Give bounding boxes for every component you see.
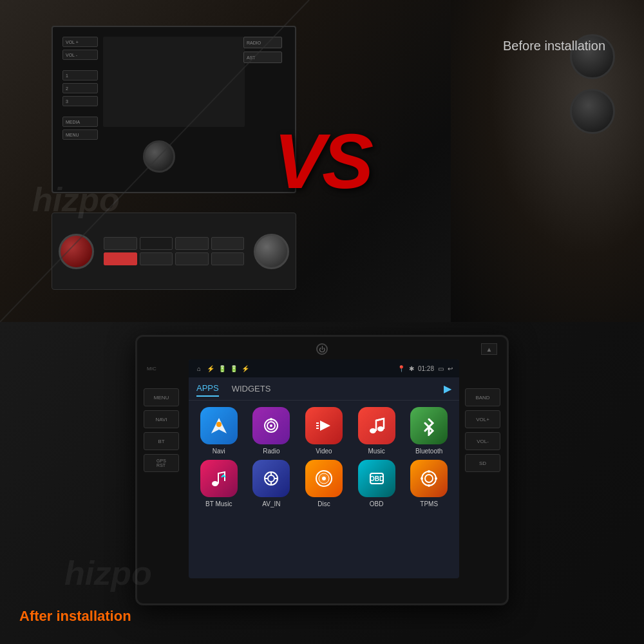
num1-btn: 1 (62, 70, 98, 80)
cup-holder-2 (570, 89, 615, 134)
svg-point-27 (428, 470, 430, 473)
main-container: VOL + VOL - 1 2 3 MEDIA MENU RADIO AST (0, 0, 644, 644)
svg-point-29 (428, 484, 430, 487)
menu-btn: MENU (62, 129, 98, 140)
media-btn: MEDIA (62, 117, 98, 127)
avin-label: AV_IN (262, 500, 280, 507)
svg-point-13 (212, 481, 218, 486)
tab-arrow: ▶ (444, 383, 451, 395)
btmusic-label: BT Music (205, 500, 232, 507)
right-side-buttons: BAND VOL+ VOL- SD (465, 388, 500, 472)
app-navi[interactable]: Navi (195, 407, 243, 455)
battery-icon: 🔋 (218, 365, 226, 372)
time-display: 01:28 (418, 365, 434, 372)
svg-point-26 (425, 475, 433, 482)
num3-btn: 3 (62, 96, 98, 106)
app-video[interactable]: Video (300, 407, 348, 455)
btmusic-icon (200, 460, 238, 497)
status-icons-left: ⌂ ⚡ 🔋 🔋 ⚡ (195, 365, 249, 372)
climate-control (52, 213, 296, 290)
obd-label: OBD (370, 500, 384, 507)
app-avin[interactable]: AV_IN (248, 460, 296, 507)
vol-minus-btn: VOL - (62, 50, 98, 60)
charge-icon: ⚡ (242, 365, 249, 372)
eject-button[interactable]: ▲ (481, 343, 497, 355)
music-icon (358, 407, 395, 444)
video-label: Video (316, 448, 332, 455)
svg-point-15 (268, 475, 274, 482)
clim-btn-8 (211, 252, 245, 265)
before-installation-label: Before installation (503, 39, 605, 53)
svg-point-1 (216, 422, 222, 427)
vol-plus-side-btn[interactable]: VOL+ (465, 410, 500, 428)
clim-btn-7 (175, 252, 209, 265)
svg-point-28 (435, 477, 437, 480)
app-radio[interactable]: Radio (248, 407, 296, 455)
sd-btn[interactable]: SD (465, 454, 500, 472)
bluetooth-label: Bluetooth (415, 448, 442, 455)
svg-point-25 (422, 471, 436, 486)
apps-grid: Navi Radio (189, 401, 459, 514)
clim-btn-1 (104, 237, 137, 250)
clim-btn-6 (140, 252, 173, 265)
status-icons-right: 📍 ✱ 01:28 ▭ ↩ (397, 365, 453, 372)
navi-icon (200, 407, 238, 444)
back-icon: ↩ (448, 365, 453, 372)
tpms-label: TPMS (420, 500, 438, 507)
avin-icon (252, 460, 290, 497)
clim-btn-3 (175, 237, 209, 250)
battery-status-icon: ▭ (438, 365, 444, 372)
obd-icon: OBD (358, 460, 395, 497)
before-section: VOL + VOL - 1 2 3 MEDIA MENU RADIO AST (0, 0, 644, 322)
home-icon: ⌂ (195, 365, 203, 372)
clim-btn-4 (211, 237, 245, 250)
usb-icon: ⚡ (207, 365, 214, 372)
gps-status-icon: 📍 (397, 365, 405, 372)
tab-apps[interactable]: APPS (196, 381, 219, 397)
climate-buttons (104, 237, 244, 265)
app-disc[interactable]: Disc (300, 460, 348, 507)
app-music[interactable]: Music (353, 407, 401, 455)
battery2-icon: 🔋 (230, 365, 238, 372)
vol-plus-btn: VOL + (62, 37, 98, 47)
svg-point-4 (270, 424, 272, 427)
tab-widgets[interactable]: WIDGETS (232, 381, 271, 396)
android-head-unit: ⏻ ▲ MIC MENU NAVI BT GPSRST BAND VOL+ VO… (135, 335, 509, 605)
navi-label: Navi (213, 448, 225, 455)
old-head-unit: VOL + VOL - 1 2 3 MEDIA MENU RADIO AST (52, 26, 296, 193)
band-btn[interactable]: BAND (465, 388, 500, 406)
disc-label: Disc (317, 500, 330, 507)
radio-icon (252, 407, 290, 444)
svg-point-30 (421, 477, 423, 480)
svg-line-12 (376, 419, 384, 421)
bt-side-btn[interactable]: BT (144, 432, 179, 450)
svg-point-5 (270, 418, 272, 421)
disc-icon (305, 460, 343, 497)
num2-btn: 2 (62, 83, 98, 93)
radio-label: Radio (263, 448, 279, 455)
music-label: Music (368, 448, 385, 455)
vol-minus-side-btn[interactable]: VOL- (465, 432, 500, 450)
car-interior-before: VOL + VOL - 1 2 3 MEDIA MENU RADIO AST (0, 0, 644, 322)
bt-status-icon: ✱ (409, 365, 414, 372)
gps-rst-btn[interactable]: GPSRST (144, 454, 179, 472)
temp-knob-left (59, 234, 94, 269)
power-button[interactable]: ⏻ (316, 343, 328, 355)
svg-marker-6 (320, 421, 330, 431)
video-icon (305, 407, 343, 444)
app-bluetooth[interactable]: Bluetooth (405, 407, 453, 455)
navi-side-btn[interactable]: NAVI (144, 410, 179, 428)
app-obd[interactable]: OBD OBD (353, 460, 401, 507)
mic-label: MIC (147, 366, 156, 372)
app-btmusic[interactable]: BT Music (195, 460, 243, 507)
old-right-buttons: RADIO AST (243, 37, 282, 63)
old-left-buttons: VOL + VOL - 1 2 3 MEDIA MENU (62, 37, 98, 140)
clim-btn-5 (104, 252, 137, 265)
left-side-buttons: MENU NAVI BT GPSRST (144, 388, 179, 472)
svg-point-22 (322, 477, 326, 480)
menu-side-btn[interactable]: MENU (144, 388, 179, 406)
clim-btn-2 (140, 237, 173, 250)
svg-text:OBD: OBD (369, 475, 383, 482)
old-knob (143, 140, 175, 173)
app-tpms[interactable]: TPMS (405, 460, 453, 507)
